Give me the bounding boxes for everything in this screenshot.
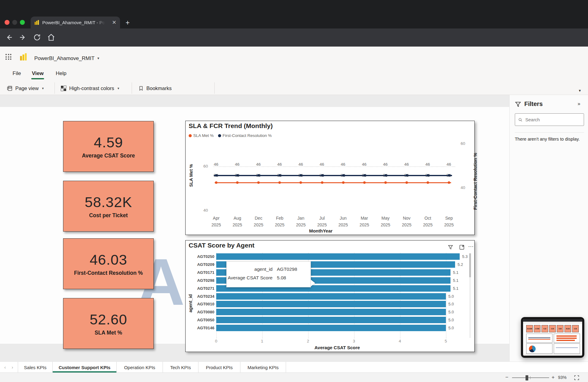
bar[interactable] [216, 293, 446, 300]
bar-category-label: AGT0234 [187, 294, 214, 299]
x-tick-label: May2025 [376, 215, 395, 228]
tab-title: PowerBI_Ahamove_RMIT - Po [42, 20, 105, 25]
bar-x-tick: 5 [445, 339, 447, 343]
fcr-point-marker [258, 174, 260, 176]
sla-point-marker [448, 181, 450, 184]
macos-minimize-button[interactable] [12, 20, 17, 25]
zoom-slider[interactable] [512, 377, 549, 378]
zoom-out-icon[interactable]: − [505, 374, 508, 380]
kpi-value: 58.32K [85, 194, 132, 210]
filters-collapse-icon[interactable]: » [578, 101, 579, 107]
pip-chart-row-2 [523, 343, 582, 354]
kpi-card[interactable]: 58.32KCost per Ticket [63, 181, 154, 232]
visual-more-options-icon[interactable]: … [468, 242, 474, 248]
pip-kpi-card: 49.89 [564, 325, 571, 332]
sheet-next-icon[interactable]: › [12, 365, 13, 370]
fcr-data-label: 46 [361, 162, 367, 167]
visual-filter-icon[interactable] [447, 244, 454, 250]
trend-chart[interactable]: SLA & FCR Trend (Monthly) SLA Met % Firs… [185, 121, 475, 235]
search-icon [518, 117, 522, 122]
report-title[interactable]: PowerBI_Ahamove_RMIT [34, 55, 95, 62]
reload-icon[interactable] [33, 33, 41, 41]
pip-kpi-card: 0.30 [572, 325, 579, 332]
legend-label-fcr: First-Contact Resolution % [223, 133, 272, 138]
x-tick-label: Sep2025 [440, 215, 458, 228]
ribbon-collapse-chevron-icon[interactable]: ▾ [579, 88, 581, 93]
kpi-card[interactable]: 52.60SLA Met % [63, 298, 154, 349]
bar-scrollbar[interactable] [469, 253, 471, 338]
bar[interactable] [216, 325, 446, 331]
sheet-tab-sales-kpis[interactable]: Sales KPIs [18, 362, 52, 373]
filters-search-input[interactable] [525, 117, 581, 122]
bar[interactable] [216, 317, 446, 323]
menu-file[interactable]: File [13, 70, 21, 77]
macos-fullscreen-button[interactable] [20, 20, 25, 25]
app-window: PowerBI_Ahamove_RMIT - Po ✕ + app.powerb… [0, 0, 588, 382]
back-icon[interactable] [5, 33, 13, 41]
app-launcher-icon[interactable] [6, 54, 12, 60]
sla-line[interactable] [215, 182, 451, 183]
bookmarks-button[interactable]: Bookmarks [138, 84, 172, 93]
zoom-in-icon[interactable]: + [552, 374, 555, 380]
pip-kpi-card: 2.55M [534, 325, 541, 332]
tab-close-icon[interactable]: ✕ [112, 20, 116, 25]
pip-device-preview[interactable]: 30.90M2.55M4.320.308.9849.890.30 [521, 317, 584, 358]
bar-category-label: AGT0010 [187, 302, 214, 306]
sla-point-marker [257, 181, 260, 184]
page-view-button[interactable]: Page view▾ [7, 84, 44, 93]
kpi-card[interactable]: 4.59Average CSAT Score [63, 121, 154, 172]
trend-ytick: 40 [203, 208, 208, 213]
fcr-data-label: 46 [425, 162, 431, 167]
bar-value-label: 5.0 [448, 294, 454, 299]
home-icon[interactable] [47, 33, 55, 41]
bar[interactable] [216, 253, 460, 260]
scrollbar-thumb[interactable] [469, 253, 471, 277]
sheet-tab-marketing-kpis[interactable]: Marketing KPIs [240, 362, 286, 373]
zoom-slider-thumb[interactable] [526, 375, 528, 380]
sheet-prev-icon[interactable]: ‹ [4, 365, 6, 370]
ribbon-separator [55, 82, 55, 94]
bar[interactable] [216, 309, 446, 315]
bar-value-label: 5.3 [462, 254, 468, 259]
zoom-slider-tick [530, 376, 530, 379]
forward-icon[interactable] [19, 33, 27, 41]
bar-x-tick: 1 [261, 339, 263, 343]
tooltip-value: 5.08 [277, 275, 286, 281]
macos-close-button[interactable] [5, 20, 9, 25]
fcr-point-marker [364, 174, 366, 176]
high-contrast-icon [61, 85, 66, 91]
filters-title: Filters [524, 100, 543, 108]
sla-point-marker [342, 181, 345, 184]
bar-value-label: 5.1 [453, 270, 458, 275]
menu-help[interactable]: Help [56, 70, 66, 77]
bar-category-label: AGT0080 [187, 310, 214, 314]
report-title-chevron-icon[interactable]: ▾ [97, 56, 99, 60]
menu-view[interactable]: View [32, 70, 43, 77]
sheet-tab-tech-kpis[interactable]: Tech KPIs [163, 362, 198, 373]
high-contrast-label: High-contrast colors [69, 85, 114, 91]
trend-gridline [213, 166, 455, 167]
high-contrast-button[interactable]: High-contrast colors▾ [61, 84, 119, 93]
sheet-tab-product-kpis[interactable]: Product KPIs [198, 362, 240, 373]
bar[interactable] [216, 301, 446, 307]
sheet-tab-operation-kpis[interactable]: Operation KPIs [116, 362, 163, 373]
powerbi-logo [20, 53, 28, 61]
tooltip-label: agent_id [227, 267, 273, 272]
focus-mode-icon[interactable] [459, 244, 465, 250]
csat-bar-chart[interactable]: CSAT Score by Agent … agent_id 012345AGT… [185, 240, 475, 352]
fcr-point-marker [300, 174, 302, 176]
browser-tab[interactable]: PowerBI_Ahamove_RMIT - Po ✕ [31, 17, 120, 28]
sla-point-marker [427, 181, 429, 184]
bar-x-tick: 2 [307, 339, 309, 343]
fcr-line[interactable] [214, 175, 452, 176]
kpi-value: 46.03 [90, 251, 127, 268]
sheet-tab-customer-support-kpis[interactable]: Customer Support KPIs [52, 362, 116, 373]
fit-to-page-icon[interactable] [574, 375, 579, 380]
filters-search[interactable] [515, 113, 584, 126]
kpi-card[interactable]: 46.03First-Contact Resolution % [63, 238, 154, 289]
fcr-point-marker [427, 174, 429, 176]
sla-point-marker [278, 181, 281, 184]
sla-point-marker [236, 181, 239, 184]
new-tab-button[interactable]: + [126, 19, 130, 27]
fcr-point-marker [321, 174, 323, 176]
